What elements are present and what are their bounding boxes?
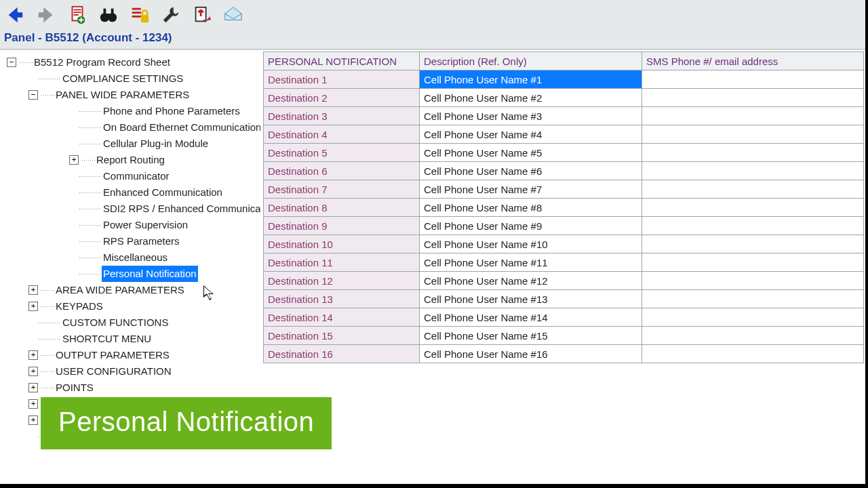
- cell-sms[interactable]: [642, 272, 864, 290]
- table-row[interactable]: Destination 9Cell Phone User Name #9: [264, 217, 864, 235]
- cell-description[interactable]: Cell Phone User Name #12: [420, 272, 642, 290]
- expand-icon[interactable]: +: [28, 367, 38, 376]
- cell-sms[interactable]: [642, 125, 864, 144]
- cell-destination[interactable]: Destination 1: [264, 70, 420, 89]
- expand-icon[interactable]: +: [28, 302, 38, 311]
- export-icon[interactable]: [191, 4, 213, 26]
- collapse-icon[interactable]: −: [28, 90, 38, 100]
- cell-destination[interactable]: Destination 6: [264, 162, 420, 180]
- binoculars-icon[interactable]: [98, 4, 119, 26]
- tree-item-report-routing[interactable]: +Report Routing: [28, 152, 260, 168]
- cell-sms[interactable]: [642, 253, 864, 272]
- cell-description[interactable]: Cell Phone User Name #9: [420, 217, 642, 235]
- cell-description[interactable]: Cell Phone User Name #16: [420, 345, 642, 363]
- expand-icon[interactable]: +: [28, 415, 38, 425]
- cell-destination[interactable]: Destination 4: [264, 125, 420, 144]
- cell-description[interactable]: Cell Phone User Name #2: [420, 89, 642, 107]
- table-row[interactable]: Destination 8Cell Phone User Name #8: [264, 199, 864, 217]
- tree-item-keypads[interactable]: +KEYPADS: [7, 298, 260, 314]
- table-row[interactable]: Destination 3Cell Phone User Name #3: [264, 107, 864, 125]
- report-icon[interactable]: [66, 4, 88, 26]
- table-row[interactable]: Destination 1Cell Phone User Name #1: [264, 70, 864, 89]
- tree-item-phone[interactable]: Phone and Phone Parameters: [28, 103, 260, 119]
- cell-destination[interactable]: Destination 5: [264, 144, 420, 162]
- expand-icon[interactable]: +: [28, 399, 38, 409]
- cell-sms[interactable]: [642, 327, 864, 345]
- cell-sms[interactable]: [642, 70, 864, 89]
- tree-item-panelwide[interactable]: −PANEL WIDE PARAMETERS Phone and Phone P…: [7, 87, 260, 282]
- cell-destination[interactable]: Destination 8: [264, 199, 420, 217]
- expand-icon[interactable]: +: [69, 155, 79, 165]
- cell-description[interactable]: Cell Phone User Name #3: [420, 107, 642, 125]
- tree-item-rpsparams[interactable]: RPS Parameters: [28, 233, 260, 249]
- table-row[interactable]: Destination 10Cell Phone User Name #10: [264, 235, 864, 253]
- cell-description[interactable]: Cell Phone User Name #5: [420, 144, 642, 162]
- cell-description[interactable]: Cell Phone User Name #13: [420, 290, 642, 308]
- cell-sms[interactable]: [642, 180, 864, 199]
- cell-description[interactable]: Cell Phone User Name #10: [420, 235, 642, 253]
- cell-description[interactable]: Cell Phone User Name #8: [420, 199, 642, 217]
- cell-description[interactable]: Cell Phone User Name #11: [420, 253, 642, 272]
- cell-sms[interactable]: [642, 144, 864, 162]
- cell-destination[interactable]: Destination 9: [264, 217, 420, 235]
- table-row[interactable]: Destination 5Cell Phone User Name #5: [264, 144, 864, 162]
- table-row[interactable]: Destination 14Cell Phone User Name #14: [264, 308, 864, 327]
- tree-item-communicator[interactable]: Communicator: [28, 168, 260, 184]
- tree-root-node[interactable]: −B5512 Program Record Sheet COMPLIANCE S…: [7, 54, 260, 445]
- tree-item-misc[interactable]: Miscellaneous: [28, 249, 260, 266]
- tree-item-cellular[interactable]: Cellular Plug-in Module: [28, 136, 260, 152]
- cell-sms[interactable]: [642, 199, 864, 217]
- cell-description[interactable]: Cell Phone User Name #1: [420, 70, 642, 89]
- table-row[interactable]: Destination 7Cell Phone User Name #7: [264, 180, 864, 199]
- cell-destination[interactable]: Destination 15: [264, 327, 420, 345]
- tree-item-areawide[interactable]: +AREA WIDE PARAMETERS: [7, 282, 260, 298]
- lock-list-icon[interactable]: [129, 4, 151, 26]
- table-row[interactable]: Destination 13Cell Phone User Name #13: [264, 290, 864, 308]
- cell-destination[interactable]: Destination 12: [264, 272, 420, 290]
- col-sms[interactable]: SMS Phone #/ email address: [642, 52, 864, 70]
- cell-sms[interactable]: [642, 89, 864, 107]
- tree-item-ethernet[interactable]: On Board Ethernet Communication: [28, 119, 260, 136]
- col-description[interactable]: Description (Ref. Only): [420, 52, 642, 70]
- tree-item-personal-notification[interactable]: Personal Notification: [28, 266, 260, 282]
- cell-destination[interactable]: Destination 11: [264, 253, 420, 272]
- expand-icon[interactable]: +: [28, 383, 38, 392]
- cell-sms[interactable]: [642, 162, 864, 180]
- cell-description[interactable]: Cell Phone User Name #7: [420, 180, 642, 199]
- table-row[interactable]: Destination 15Cell Phone User Name #15: [264, 327, 864, 345]
- cell-description[interactable]: Cell Phone User Name #15: [420, 327, 642, 345]
- cell-description[interactable]: Cell Phone User Name #4: [420, 125, 642, 144]
- cell-sms[interactable]: [642, 290, 864, 308]
- tree-item-enh-comm[interactable]: Enhanced Communication: [28, 184, 260, 201]
- table-row[interactable]: Destination 2Cell Phone User Name #2: [264, 89, 864, 107]
- wrench-icon[interactable]: [160, 4, 182, 26]
- cell-destination[interactable]: Destination 16: [264, 345, 420, 363]
- expand-icon[interactable]: +: [28, 350, 38, 360]
- cell-destination[interactable]: Destination 13: [264, 290, 420, 308]
- table-row[interactable]: Destination 16Cell Phone User Name #16: [264, 345, 864, 363]
- cell-sms[interactable]: [642, 217, 864, 235]
- cell-description[interactable]: Cell Phone User Name #14: [420, 308, 642, 327]
- table-row[interactable]: Destination 6Cell Phone User Name #6: [264, 162, 864, 180]
- collapse-icon[interactable]: −: [7, 58, 16, 67]
- table-row[interactable]: Destination 11Cell Phone User Name #11: [264, 253, 864, 272]
- tree-item-points[interactable]: +POINTS: [7, 380, 260, 396]
- table-row[interactable]: Destination 4Cell Phone User Name #4: [264, 125, 864, 144]
- tree-item-compliance[interactable]: COMPLIANCE SETTINGS: [7, 70, 260, 87]
- cell-destination[interactable]: Destination 10: [264, 235, 420, 253]
- cell-description[interactable]: Cell Phone User Name #6: [420, 162, 642, 180]
- cell-destination[interactable]: Destination 3: [264, 107, 420, 125]
- tree-item-customfn[interactable]: CUSTOM FUNCTIONS: [7, 314, 260, 331]
- cell-destination[interactable]: Destination 2: [264, 89, 420, 107]
- cell-sms[interactable]: [642, 235, 864, 253]
- tree-item-sdi2rps[interactable]: SDI2 RPS / Enhanced Communication: [28, 201, 260, 217]
- tree-item-output[interactable]: +OUTPUT PARAMETERS: [7, 347, 260, 363]
- cell-sms[interactable]: [642, 107, 864, 125]
- cell-destination[interactable]: Destination 7: [264, 180, 420, 199]
- cell-sms[interactable]: [642, 308, 864, 327]
- back-button[interactable]: [4, 4, 26, 26]
- tree-item-userconfig[interactable]: +USER CONFIGURATION: [7, 363, 260, 380]
- table-row[interactable]: Destination 12Cell Phone User Name #12: [264, 272, 864, 290]
- forward-button[interactable]: [35, 4, 57, 26]
- col-personal-notification[interactable]: PERSONAL NOTIFICATION: [264, 52, 420, 70]
